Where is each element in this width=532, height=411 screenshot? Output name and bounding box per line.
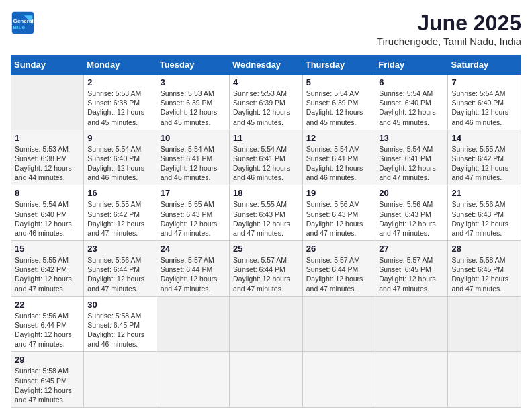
day-number: 7 [451, 77, 517, 87]
weekday-header-tuesday: Tuesday [157, 56, 229, 75]
calendar-cell [157, 296, 229, 352]
day-number: 15 [15, 244, 80, 254]
calendar-cell: 23Sunrise: 5:56 AMSunset: 6:44 PMDayligh… [84, 241, 157, 297]
day-info: Sunrise: 5:57 AMSunset: 6:45 PMDaylight:… [379, 255, 444, 293]
day-number: 12 [306, 133, 371, 143]
day-info: Sunrise: 5:55 AMSunset: 6:42 PMDaylight:… [451, 144, 517, 183]
day-number: 14 [451, 133, 517, 143]
calendar-cell: 26Sunrise: 5:57 AMSunset: 6:44 PMDayligh… [302, 241, 375, 297]
day-info: Sunrise: 5:56 AMSunset: 6:44 PMDaylight:… [15, 311, 80, 349]
day-info: Sunrise: 5:56 AMSunset: 6:43 PMDaylight:… [379, 199, 444, 238]
day-number: 24 [161, 244, 226, 254]
calendar-row-0: 2Sunrise: 5:53 AMSunset: 6:38 PMDaylight… [11, 75, 521, 130]
calendar-cell: 25Sunrise: 5:57 AMSunset: 6:44 PMDayligh… [230, 241, 303, 297]
calendar-cell [302, 296, 375, 352]
calendar-cell [302, 352, 375, 408]
day-info: Sunrise: 5:54 AMSunset: 6:40 PMDaylight:… [379, 89, 444, 127]
calendar-cell: 2Sunrise: 5:53 AMSunset: 6:38 PMDaylight… [84, 75, 157, 130]
calendar-cell: 14Sunrise: 5:55 AMSunset: 6:42 PMDayligh… [448, 130, 521, 185]
day-number: 16 [87, 188, 152, 198]
calendar-cell: 20Sunrise: 5:56 AMSunset: 6:43 PMDayligh… [375, 185, 448, 241]
weekday-header-sunday: Sunday [11, 56, 84, 75]
day-number: 6 [379, 77, 444, 87]
day-number: 5 [306, 77, 371, 87]
calendar-row-1: 1Sunrise: 5:53 AMSunset: 6:38 PMDaylight… [11, 130, 521, 185]
calendar-cell [84, 352, 157, 408]
calendar-cell: 12Sunrise: 5:54 AMSunset: 6:41 PMDayligh… [302, 130, 375, 185]
calendar-cell: 28Sunrise: 5:58 AMSunset: 6:45 PMDayligh… [448, 241, 521, 297]
day-number: 2 [87, 77, 152, 87]
calendar-cell: 6Sunrise: 5:54 AMSunset: 6:40 PMDaylight… [375, 75, 448, 130]
day-info: Sunrise: 5:55 AMSunset: 6:42 PMDaylight:… [15, 255, 80, 293]
calendar-cell [375, 296, 448, 352]
calendar-cell: 3Sunrise: 5:53 AMSunset: 6:39 PMDaylight… [157, 75, 229, 130]
month-title: June 2025 [377, 11, 521, 36]
calendar-row-4: 22Sunrise: 5:56 AMSunset: 6:44 PMDayligh… [11, 296, 521, 352]
calendar-cell: 10Sunrise: 5:54 AMSunset: 6:41 PMDayligh… [157, 130, 229, 185]
svg-text:General: General [13, 18, 34, 24]
day-info: Sunrise: 5:57 AMSunset: 6:44 PMDaylight:… [161, 255, 226, 293]
day-info: Sunrise: 5:53 AMSunset: 6:38 PMDaylight:… [15, 144, 80, 183]
day-number: 1 [15, 133, 80, 143]
day-number: 19 [306, 188, 371, 198]
day-number: 9 [87, 133, 152, 143]
calendar-cell [375, 352, 448, 408]
weekday-header-thursday: Thursday [302, 56, 375, 75]
day-number: 20 [379, 188, 444, 198]
day-info: Sunrise: 5:54 AMSunset: 6:41 PMDaylight:… [161, 144, 226, 183]
day-info: Sunrise: 5:56 AMSunset: 6:43 PMDaylight:… [451, 199, 517, 238]
day-info: Sunrise: 5:58 AMSunset: 6:45 PMDaylight:… [87, 311, 152, 349]
calendar-cell [11, 75, 84, 130]
calendar-cell: 30Sunrise: 5:58 AMSunset: 6:45 PMDayligh… [84, 296, 157, 352]
day-number: 11 [233, 133, 299, 143]
day-number: 28 [451, 244, 517, 254]
calendar-cell [157, 352, 229, 408]
day-number: 4 [233, 77, 299, 87]
calendar-cell: 18Sunrise: 5:55 AMSunset: 6:43 PMDayligh… [230, 185, 303, 241]
calendar-cell: 27Sunrise: 5:57 AMSunset: 6:45 PMDayligh… [375, 241, 448, 297]
day-number: 13 [379, 133, 444, 143]
calendar-cell: 8Sunrise: 5:54 AMSunset: 6:40 PMDaylight… [11, 185, 84, 241]
calendar-cell: 11Sunrise: 5:54 AMSunset: 6:41 PMDayligh… [230, 130, 303, 185]
day-info: Sunrise: 5:53 AMSunset: 6:39 PMDaylight:… [161, 89, 226, 127]
day-number: 18 [233, 188, 299, 198]
calendar-cell: 15Sunrise: 5:55 AMSunset: 6:42 PMDayligh… [11, 241, 84, 297]
day-number: 29 [15, 355, 80, 365]
day-info: Sunrise: 5:58 AMSunset: 6:45 PMDaylight:… [15, 366, 80, 404]
calendar-row-3: 15Sunrise: 5:55 AMSunset: 6:42 PMDayligh… [11, 241, 521, 297]
weekday-header-saturday: Saturday [448, 56, 521, 75]
calendar-cell: 17Sunrise: 5:55 AMSunset: 6:43 PMDayligh… [157, 185, 229, 241]
day-number: 30 [87, 300, 152, 310]
day-info: Sunrise: 5:58 AMSunset: 6:45 PMDaylight:… [451, 255, 517, 293]
day-number: 23 [87, 244, 152, 254]
day-number: 10 [161, 133, 226, 143]
title-block: June 2025 Tiruchengode, Tamil Nadu, Indi… [377, 11, 521, 47]
calendar-table: SundayMondayTuesdayWednesdayThursdayFrid… [11, 55, 521, 408]
day-info: Sunrise: 5:55 AMSunset: 6:42 PMDaylight:… [87, 199, 152, 238]
calendar-cell [230, 296, 303, 352]
day-number: 8 [15, 188, 80, 198]
day-number: 27 [379, 244, 444, 254]
svg-text:Blue: Blue [13, 24, 26, 30]
day-info: Sunrise: 5:57 AMSunset: 6:44 PMDaylight:… [306, 255, 371, 293]
calendar-cell [230, 352, 303, 408]
day-info: Sunrise: 5:56 AMSunset: 6:43 PMDaylight:… [306, 199, 371, 238]
calendar-cell: 4Sunrise: 5:53 AMSunset: 6:39 PMDaylight… [230, 75, 303, 130]
day-info: Sunrise: 5:55 AMSunset: 6:43 PMDaylight:… [161, 199, 226, 238]
calendar-cell: 13Sunrise: 5:54 AMSunset: 6:41 PMDayligh… [375, 130, 448, 185]
day-info: Sunrise: 5:54 AMSunset: 6:41 PMDaylight:… [233, 144, 299, 183]
day-info: Sunrise: 5:54 AMSunset: 6:40 PMDaylight:… [451, 89, 517, 127]
day-info: Sunrise: 5:55 AMSunset: 6:43 PMDaylight:… [233, 199, 299, 238]
location: Tiruchengode, Tamil Nadu, India [377, 36, 521, 47]
calendar-cell [448, 296, 521, 352]
calendar-cell: 22Sunrise: 5:56 AMSunset: 6:44 PMDayligh… [11, 296, 84, 352]
calendar-cell: 24Sunrise: 5:57 AMSunset: 6:44 PMDayligh… [157, 241, 229, 297]
day-info: Sunrise: 5:54 AMSunset: 6:41 PMDaylight:… [306, 144, 371, 183]
weekday-header-friday: Friday [375, 56, 448, 75]
day-info: Sunrise: 5:54 AMSunset: 6:40 PMDaylight:… [15, 199, 80, 238]
logo-icon: General Blue [11, 11, 35, 35]
weekday-header-row: SundayMondayTuesdayWednesdayThursdayFrid… [11, 56, 521, 75]
day-number: 26 [306, 244, 371, 254]
day-info: Sunrise: 5:56 AMSunset: 6:44 PMDaylight:… [87, 255, 152, 293]
day-number: 21 [451, 188, 517, 198]
